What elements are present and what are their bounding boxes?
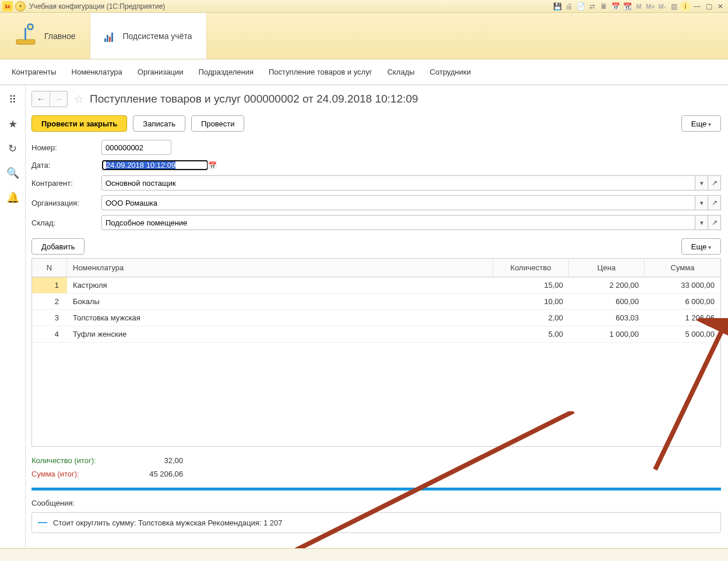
nav-back-button[interactable]: ← xyxy=(32,91,50,107)
post-button[interactable]: Провести xyxy=(191,115,245,132)
cell-item: Кастрюля xyxy=(67,277,493,293)
chart-icon xyxy=(104,30,116,42)
table-more-button[interactable]: Еще xyxy=(681,238,721,255)
section-tabs: Главное Подсистема учёта xyxy=(0,13,728,59)
m-minus-icon[interactable]: M- xyxy=(657,1,667,12)
subnav-item[interactable]: Номенклатура xyxy=(72,68,122,76)
cell-n: 2 xyxy=(32,294,67,309)
cell-item: Толстовка мужская xyxy=(67,310,493,326)
cell-sum: 6 000,00 xyxy=(645,294,720,309)
more-button[interactable]: Еще xyxy=(681,115,721,132)
number-label: Номер: xyxy=(31,143,101,152)
cell-qty: 5,00 xyxy=(493,326,569,342)
number-input[interactable] xyxy=(101,140,171,155)
save-button[interactable]: Записать xyxy=(133,115,185,132)
warehouse-label: Склад: xyxy=(31,218,101,227)
cell-price: 2 200,00 xyxy=(569,277,645,293)
m-icon[interactable]: M xyxy=(634,1,644,12)
print-icon[interactable]: 🖨 xyxy=(564,1,574,12)
cell-n: 4 xyxy=(32,326,67,342)
document-form: ← → ☆ Поступление товаров и услуг 000000… xyxy=(26,85,728,548)
cell-qty: 10,00 xyxy=(493,294,569,309)
panels-icon[interactable]: ▥ xyxy=(669,1,679,12)
cell-sum: 5 000,00 xyxy=(645,326,720,342)
table-row[interactable]: 1Кастрюля15,002 200,0033 000,00 xyxy=(32,277,720,294)
date-input[interactable] xyxy=(103,161,208,170)
total-qty-label: Количество (итог): xyxy=(31,456,119,465)
favorite-star-icon[interactable]: ☆ xyxy=(73,92,84,106)
close-icon[interactable]: ✕ xyxy=(715,1,726,12)
table-row[interactable]: 2Бокалы10,00600,006 000,00 xyxy=(32,294,720,310)
date-icon[interactable]: 📆 xyxy=(622,1,632,12)
subnav-item[interactable]: Подразделения xyxy=(198,68,254,76)
org-label: Организация: xyxy=(31,199,101,207)
org-input[interactable] xyxy=(101,195,695,210)
col-price[interactable]: Цена xyxy=(569,259,645,277)
table-row[interactable]: 4Туфли женские5,001 000,005 000,00 xyxy=(32,326,720,343)
date-field: 📅 xyxy=(101,160,208,171)
dropdown-icon[interactable]: ▾ xyxy=(695,175,708,190)
nav-forward-button[interactable]: → xyxy=(50,91,67,107)
col-qty[interactable]: Количество xyxy=(493,259,569,277)
doc-icon[interactable]: 📄 xyxy=(575,1,586,12)
message-text: Стоит округлить сумму: Толстовка мужская… xyxy=(53,518,283,527)
date-label: Дата: xyxy=(31,161,101,170)
section-main[interactable]: Главное xyxy=(0,13,90,59)
cell-n: 3 xyxy=(32,310,67,326)
messages-header: Сообщения: xyxy=(31,496,721,510)
calc-icon[interactable]: 🖩 xyxy=(599,1,609,12)
left-rail: ⠿ ★ ↻ 🔍 🔔 xyxy=(0,85,26,548)
info-icon[interactable]: i xyxy=(680,1,691,12)
totals: Количество (итог): 32,00 Сумма (итог): 4… xyxy=(31,454,721,481)
message-item[interactable]: — Стоит округлить сумму: Толстовка мужск… xyxy=(31,512,721,533)
add-row-button[interactable]: Добавить xyxy=(31,238,85,255)
separator-bar xyxy=(31,488,721,491)
subnav-item[interactable]: Поступление товаров и услуг xyxy=(269,68,372,76)
subnav-item[interactable]: Контрагенты xyxy=(12,68,57,76)
search-icon[interactable]: 🔍 xyxy=(6,167,19,179)
cell-sum: 33 000,00 xyxy=(645,277,720,293)
subnav-item[interactable]: Организации xyxy=(138,68,184,76)
cell-item: Туфли женские xyxy=(67,326,493,342)
col-sum[interactable]: Сумма xyxy=(645,259,720,277)
counterparty-input[interactable] xyxy=(101,175,695,190)
page-title: Поступление товаров и услуг 000000002 от… xyxy=(90,93,418,105)
col-n[interactable]: N xyxy=(32,259,67,277)
open-ref-icon[interactable]: ↗ xyxy=(708,175,721,190)
cell-price: 600,00 xyxy=(569,294,645,309)
subnav-item[interactable]: Сотрудники xyxy=(430,68,470,76)
section-accounting[interactable]: Подсистема учёта xyxy=(90,13,207,59)
dropdown-circle-icon[interactable]: ▾ xyxy=(15,1,26,12)
cell-sum: 1 206,06 xyxy=(645,310,720,326)
save-icon[interactable]: 💾 xyxy=(552,1,562,12)
nav-arrows: ← → xyxy=(31,91,68,107)
open-ref-icon[interactable]: ↗ xyxy=(708,215,721,230)
dropdown-icon[interactable]: ▾ xyxy=(695,195,708,210)
table-header: N Номенклатура Количество Цена Сумма xyxy=(32,259,720,277)
star-icon[interactable]: ★ xyxy=(8,118,17,130)
minimize-icon[interactable]: — xyxy=(692,1,702,12)
logo-1c-icon: 1c xyxy=(2,1,13,12)
compare-icon[interactable]: ⇄ xyxy=(587,1,597,12)
col-item[interactable]: Номенклатура xyxy=(67,259,493,277)
dropdown-icon[interactable]: ▾ xyxy=(695,215,708,230)
calendar-picker-icon[interactable]: 📅 xyxy=(208,161,217,170)
total-qty-value: 32,00 xyxy=(142,456,183,465)
total-sum-label: Сумма (итог): xyxy=(31,470,119,478)
bell-icon[interactable]: 🔔 xyxy=(6,191,19,204)
history-icon[interactable]: ↻ xyxy=(8,142,17,155)
desk-lamp-icon xyxy=(14,22,37,50)
cell-qty: 2,00 xyxy=(493,310,569,326)
section-accounting-label: Подсистема учёта xyxy=(123,31,192,41)
calendar-icon[interactable]: 📅 xyxy=(610,1,621,12)
apps-icon[interactable]: ⠿ xyxy=(9,93,16,106)
statusbar xyxy=(0,548,728,561)
open-ref-icon[interactable]: ↗ xyxy=(708,195,721,210)
table-row[interactable]: 3Толстовка мужская2,00603,031 206,06 xyxy=(32,310,720,326)
warehouse-input[interactable] xyxy=(101,215,695,230)
cell-item: Бокалы xyxy=(67,294,493,309)
m-plus-icon[interactable]: M+ xyxy=(645,1,656,12)
maximize-icon[interactable]: ▢ xyxy=(704,1,714,12)
post-and-close-button[interactable]: Провести и закрыть xyxy=(31,115,127,132)
subnav-item[interactable]: Склады xyxy=(387,68,414,76)
